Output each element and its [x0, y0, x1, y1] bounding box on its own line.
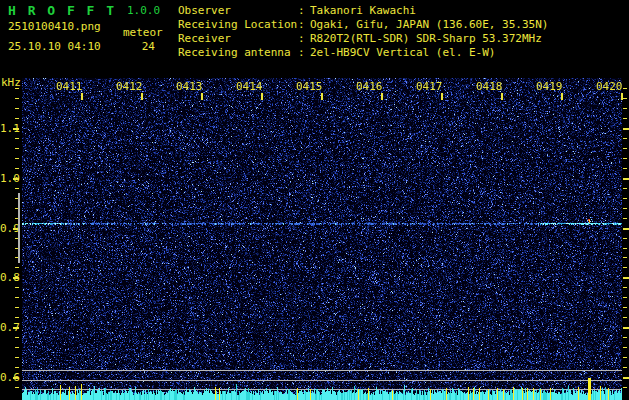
y-tick-label: 1.1 [0, 122, 13, 135]
y-tick-mark [15, 148, 19, 149]
y-tick-mark [623, 118, 627, 119]
app-version: 1.0.0 [127, 5, 160, 17]
info-row-observer: Observer:Takanori Kawachi [178, 4, 548, 18]
y-tick-mark [15, 357, 19, 358]
y-tick-mark [623, 267, 627, 268]
y-tick-mark [623, 238, 627, 239]
y-tick-mark [15, 188, 19, 189]
y-tick-mark [15, 158, 19, 159]
y-tick-mark [623, 168, 627, 169]
y-tick-mark [15, 317, 19, 318]
y-tick-mark [15, 267, 19, 268]
y-tick-mark [623, 228, 629, 230]
y-tick-mark [623, 218, 627, 219]
y-tick-mark [15, 168, 19, 169]
y-tick-mark [623, 337, 627, 338]
y-tick-mark [15, 367, 19, 368]
info-label: Observer [178, 4, 298, 17]
x-tick-label: 0417 [416, 80, 441, 93]
station-info: Observer:Takanori Kawachi Receiving Loca… [178, 4, 548, 60]
y-tick-mark [13, 277, 19, 279]
y-tick-mark [623, 257, 627, 258]
y-tick-mark [623, 317, 627, 318]
y-tick-mark [15, 108, 19, 109]
y-tick-label: 1.0 [0, 172, 13, 185]
y-tick-mark [13, 128, 19, 130]
x-tick-mark [501, 93, 503, 100]
detection-band-marker [18, 193, 20, 263]
y-tick-mark [623, 138, 627, 139]
x-tick-mark [81, 93, 83, 100]
info-value: 2el-HB9CV Vertical (el. E-W) [310, 46, 495, 59]
info-separator: : [298, 46, 310, 59]
y-tick-mark [623, 287, 627, 288]
info-separator: : [298, 32, 310, 45]
info-label: Receiving Location [178, 18, 298, 31]
x-tick-mark [141, 93, 143, 100]
x-tick-mark [321, 93, 323, 100]
x-tick-label: 0418 [476, 80, 501, 93]
x-tick-label: 0412 [116, 80, 141, 93]
y-tick-mark [623, 377, 629, 379]
y-tick-label: 0.8 [0, 271, 13, 284]
y-tick-mark [13, 327, 19, 329]
y-tick-mark [15, 88, 19, 89]
x-tick-mark [201, 93, 203, 100]
info-separator: : [298, 4, 310, 17]
y-tick-mark [13, 178, 19, 180]
timestamp: 25.10.10 04:10 [8, 41, 101, 53]
y-tick-mark [623, 327, 629, 329]
x-tick-label: 0420 [596, 80, 621, 93]
app-title: H R O F F T [8, 3, 116, 18]
y-tick-mark [623, 357, 627, 358]
y-tick-label: 0.7 [0, 321, 13, 334]
x-tick-mark [381, 93, 383, 100]
y-tick-mark [13, 377, 19, 379]
y-tick-mark [15, 287, 19, 288]
echo-count: 24 [137, 41, 155, 53]
y-tick-mark [623, 178, 629, 180]
y-tick-mark [623, 198, 627, 199]
y-tick-mark [623, 158, 627, 159]
y-tick-mark [15, 138, 19, 139]
mode-label: meteor [123, 27, 163, 39]
y-tick-mark [623, 208, 627, 209]
x-tick-label: 0414 [236, 80, 261, 93]
x-tick-mark [561, 93, 563, 100]
y-tick-mark [623, 387, 627, 388]
x-tick-mark [441, 93, 443, 100]
y-tick-mark [623, 108, 627, 109]
x-tick-label: 0416 [356, 80, 381, 93]
y-tick-mark [15, 118, 19, 119]
spectrogram-canvas [22, 78, 622, 400]
y-tick-mark [623, 307, 627, 308]
y-tick-mark [623, 347, 627, 348]
info-separator: : [298, 18, 310, 31]
y-tick-mark [623, 297, 627, 298]
y-tick-mark [15, 337, 19, 338]
info-value: Ogaki, Gifu, JAPAN (136.60E, 35.35N) [310, 18, 548, 31]
y-tick-mark [623, 248, 627, 249]
x-tick-label: 0413 [176, 80, 201, 93]
info-value: R820T2(RTL-SDR) SDR-Sharp 53.372MHz [310, 32, 542, 45]
info-label: Receiver [178, 32, 298, 45]
y-tick-mark [623, 148, 627, 149]
y-tick-mark [623, 128, 629, 130]
x-tick-label: 0419 [536, 80, 561, 93]
y-tick-mark [15, 347, 19, 348]
y-tick-mark [15, 387, 19, 388]
info-label: Receiving antenna [178, 46, 298, 59]
y-tick-mark [15, 307, 19, 308]
hrofft-output: H R O F F T 1.0.0 2510100410.png meteor … [0, 0, 629, 400]
y-tick-mark [623, 98, 627, 99]
y-tick-mark [623, 277, 629, 279]
y-tick-mark [15, 297, 19, 298]
info-row-receiver: Receiver:R820T2(RTL-SDR) SDR-Sharp 53.37… [178, 32, 548, 46]
y-tick-mark [623, 188, 627, 189]
y-tick-mark [623, 88, 627, 89]
y-tick-label: 0.6 [0, 371, 13, 384]
x-tick-label: 0411 [56, 80, 81, 93]
x-tick-label: 0415 [296, 80, 321, 93]
info-value: Takanori Kawachi [310, 4, 416, 17]
info-row-location: Receiving Location:Ogaki, Gifu, JAPAN (1… [178, 18, 548, 32]
